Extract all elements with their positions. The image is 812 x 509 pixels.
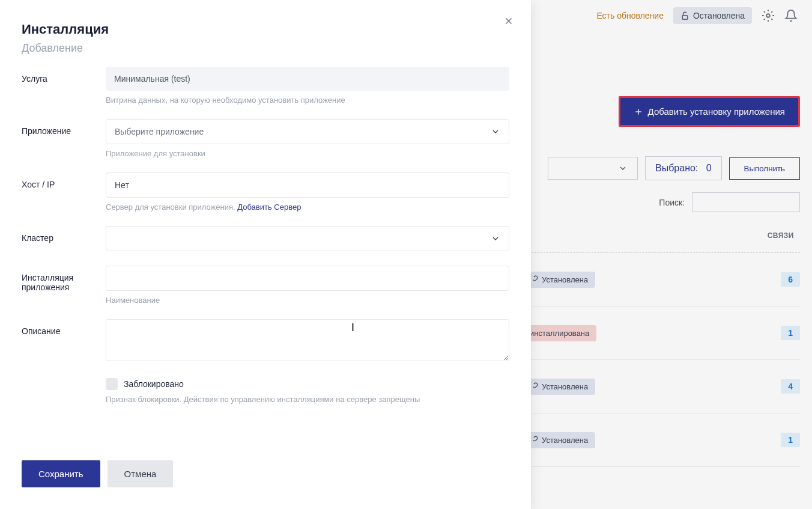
application-select[interactable]: Выберите приложение bbox=[106, 119, 509, 144]
form-row-service: Услуга Минимальная (test) Витрина данных… bbox=[22, 67, 509, 105]
application-field: Выберите приложение Приложение для устан… bbox=[106, 119, 509, 158]
form-row-cluster: Кластер bbox=[22, 226, 509, 251]
blocked-checkbox[interactable] bbox=[106, 378, 118, 390]
description-field bbox=[106, 319, 509, 364]
cluster-label: Кластер bbox=[22, 226, 106, 251]
modal-subtitle: Добавление bbox=[22, 42, 509, 55]
modal-footer: Сохранить Отмена bbox=[0, 446, 531, 509]
blocked-checkbox-row: Заблокировано bbox=[106, 378, 509, 390]
form-row-blocked: Заблокировано Признак блокировки. Действ… bbox=[22, 378, 509, 404]
service-label: Услуга bbox=[22, 67, 106, 105]
close-button[interactable] bbox=[503, 14, 514, 30]
chevron-down-icon bbox=[491, 234, 500, 243]
installation-hint: Наименование bbox=[106, 296, 509, 305]
host-label: Хост / IP bbox=[22, 172, 106, 212]
close-icon bbox=[503, 16, 514, 26]
cluster-field bbox=[106, 226, 509, 251]
modal-header: Инсталляция Добавление bbox=[0, 0, 531, 67]
blocked-field: Заблокировано Признак блокировки. Действ… bbox=[106, 378, 509, 404]
application-placeholder: Выберите приложение bbox=[115, 127, 204, 136]
application-hint: Приложение для установки bbox=[106, 149, 509, 158]
installation-field: Наименование bbox=[106, 266, 509, 305]
installation-modal: Инсталляция Добавление Услуга Минимальна… bbox=[0, 0, 531, 509]
blocked-hint: Признак блокировки. Действия по управлен… bbox=[106, 395, 509, 404]
application-label: Приложение bbox=[22, 119, 106, 158]
installation-input[interactable] bbox=[106, 266, 509, 291]
description-label: Описание bbox=[22, 319, 106, 364]
modal-title: Инсталляция bbox=[22, 22, 509, 37]
description-textarea[interactable] bbox=[106, 319, 509, 361]
form-row-application: Приложение Выберите приложение Приложени… bbox=[22, 119, 509, 158]
installation-label: Инсталляция приложения bbox=[22, 266, 106, 305]
cancel-button[interactable]: Отмена bbox=[108, 460, 174, 487]
blocked-label: Заблокировано bbox=[124, 379, 184, 389]
form-row-installation: Инсталляция приложения Наименование bbox=[22, 266, 509, 305]
modal-body: Услуга Минимальная (test) Витрина данных… bbox=[0, 67, 531, 446]
form-row-host: Хост / IP Сервер для установки приложени… bbox=[22, 172, 509, 212]
cluster-select[interactable] bbox=[106, 226, 509, 251]
service-value: Минимальная (test) bbox=[106, 67, 509, 91]
save-button[interactable]: Сохранить bbox=[22, 460, 100, 487]
add-server-link[interactable]: Добавить Сервер bbox=[237, 203, 301, 212]
host-field: Сервер для установки приложения. Добавит… bbox=[106, 172, 509, 212]
host-input[interactable] bbox=[106, 172, 509, 198]
chevron-down-icon bbox=[491, 127, 500, 136]
service-field: Минимальная (test) Витрина данных, на ко… bbox=[106, 67, 509, 105]
form-row-description: Описание bbox=[22, 319, 509, 364]
service-hint: Витрина данных, на которую необходимо ус… bbox=[106, 96, 509, 105]
host-hint: Сервер для установки приложения. Добавит… bbox=[106, 203, 509, 212]
